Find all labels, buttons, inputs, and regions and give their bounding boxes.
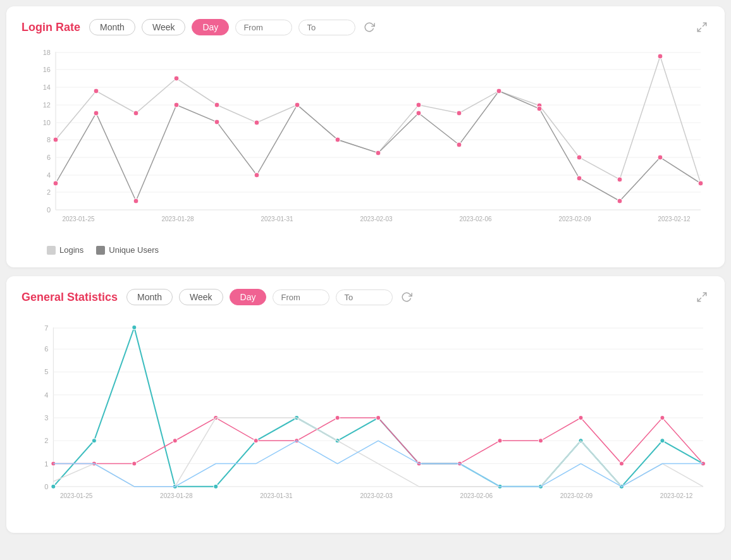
- login-rate-expand-icon[interactable]: [694, 20, 710, 35]
- svg-point-62: [617, 198, 622, 204]
- svg-text:0: 0: [47, 206, 51, 214]
- svg-point-55: [335, 137, 340, 142]
- svg-point-116: [335, 415, 340, 420]
- svg-text:2023-02-09: 2023-02-09: [560, 492, 593, 499]
- svg-text:2023-02-03: 2023-02-03: [360, 492, 393, 499]
- svg-text:2: 2: [47, 188, 51, 196]
- svg-point-64: [698, 181, 703, 186]
- svg-text:6: 6: [44, 345, 48, 353]
- svg-point-93: [92, 439, 96, 443]
- legend-logins: Logins: [47, 245, 83, 255]
- svg-text:2023-01-25: 2023-01-25: [60, 492, 93, 499]
- svg-text:10: 10: [43, 119, 51, 126]
- svg-text:2023-02-06: 2023-02-06: [460, 492, 493, 499]
- svg-line-65: [703, 293, 706, 296]
- svg-text:2023-01-28: 2023-01-28: [161, 216, 194, 222]
- general-stats-header: General Statistics Month Week Day: [22, 289, 710, 305]
- general-stats-title: General Statistics: [22, 291, 118, 304]
- svg-point-34: [174, 76, 179, 81]
- svg-line-1: [697, 28, 701, 32]
- svg-text:2023-02-12: 2023-02-12: [658, 216, 691, 222]
- svg-point-112: [173, 439, 177, 443]
- login-rate-from-input[interactable]: [235, 20, 292, 35]
- svg-point-54: [295, 102, 300, 107]
- svg-point-120: [498, 439, 502, 443]
- svg-point-61: [577, 176, 582, 181]
- svg-point-60: [537, 106, 542, 111]
- general-stats-month-tab[interactable]: Month: [126, 289, 173, 305]
- svg-point-59: [496, 88, 501, 94]
- login-rate-week-tab[interactable]: Week: [142, 19, 186, 35]
- svg-point-50: [133, 198, 138, 204]
- general-stats-week-tab[interactable]: Week: [179, 289, 223, 305]
- login-rate-panel: Login Rate Month Week Day: [6, 6, 725, 267]
- svg-point-35: [214, 102, 219, 107]
- svg-text:4: 4: [44, 391, 48, 399]
- svg-point-124: [660, 415, 665, 420]
- svg-text:5: 5: [44, 368, 48, 376]
- svg-text:2023-02-03: 2023-02-03: [360, 216, 393, 222]
- login-rate-legend: Logins Unique Users: [22, 245, 710, 255]
- legend-unique-users: Unique Users: [96, 245, 159, 255]
- login-rate-title: Login Rate: [22, 21, 80, 34]
- svg-point-49: [94, 111, 99, 116]
- svg-text:2023-01-31: 2023-01-31: [261, 216, 293, 222]
- svg-point-48: [53, 181, 58, 186]
- login-rate-refresh-icon[interactable]: [362, 20, 377, 35]
- svg-text:12: 12: [43, 101, 51, 109]
- svg-point-111: [132, 461, 137, 466]
- svg-point-46: [658, 54, 663, 59]
- svg-point-92: [51, 484, 56, 489]
- general-stats-day-tab[interactable]: Day: [230, 289, 267, 305]
- login-rate-to-input[interactable]: [298, 20, 355, 35]
- svg-text:2: 2: [44, 437, 48, 444]
- svg-point-123: [619, 461, 624, 466]
- legend-logins-label: Logins: [59, 245, 83, 255]
- general-stats-chart: 0 1 2 3 4 5 6 7 2023-01-25 2023-01-28 20…: [22, 315, 710, 520]
- general-stats-expand-icon[interactable]: [694, 289, 710, 305]
- svg-point-33: [133, 111, 138, 116]
- svg-point-117: [376, 415, 381, 420]
- svg-point-44: [577, 155, 582, 160]
- svg-point-32: [94, 88, 99, 94]
- svg-text:16: 16: [43, 66, 51, 73]
- login-rate-chart: 0 2 4 6 8 10 12 14 16 18 2023-01-25 2023…: [22, 46, 710, 238]
- svg-point-96: [214, 484, 218, 489]
- svg-text:8: 8: [47, 136, 51, 143]
- login-rate-header: Login Rate Month Week Day: [22, 19, 710, 35]
- general-stats-refresh-icon[interactable]: [399, 289, 414, 305]
- login-rate-month-tab[interactable]: Month: [89, 19, 135, 35]
- svg-text:2023-02-12: 2023-02-12: [660, 492, 693, 499]
- legend-logins-color: [47, 246, 56, 255]
- svg-point-51: [174, 102, 179, 107]
- svg-point-63: [658, 155, 663, 160]
- svg-line-66: [697, 298, 701, 301]
- svg-text:4: 4: [47, 171, 51, 179]
- svg-text:6: 6: [47, 154, 51, 161]
- svg-point-36: [254, 120, 259, 125]
- svg-text:14: 14: [43, 83, 51, 91]
- svg-text:2023-02-06: 2023-02-06: [459, 216, 492, 222]
- svg-point-45: [617, 177, 622, 182]
- svg-point-58: [457, 142, 462, 147]
- svg-text:2023-02-09: 2023-02-09: [558, 216, 591, 222]
- legend-unique-users-color: [96, 246, 105, 255]
- general-stats-panel: General Statistics Month Week Day: [6, 276, 725, 533]
- legend-unique-users-label: Unique Users: [109, 245, 159, 255]
- svg-text:1: 1: [44, 460, 48, 468]
- svg-text:2023-01-25: 2023-01-25: [62, 216, 95, 222]
- general-stats-to-input[interactable]: [336, 289, 393, 305]
- general-stats-from-input[interactable]: [273, 289, 329, 305]
- svg-point-94: [132, 325, 137, 329]
- svg-point-40: [416, 102, 421, 107]
- svg-point-122: [579, 415, 583, 420]
- svg-text:18: 18: [43, 49, 51, 56]
- login-rate-day-tab[interactable]: Day: [192, 19, 229, 35]
- svg-point-57: [416, 111, 421, 116]
- svg-point-56: [376, 150, 381, 155]
- svg-point-52: [214, 119, 219, 125]
- svg-point-53: [254, 173, 259, 178]
- svg-text:3: 3: [44, 414, 48, 422]
- svg-text:2023-01-31: 2023-01-31: [260, 492, 293, 499]
- svg-point-121: [539, 439, 543, 443]
